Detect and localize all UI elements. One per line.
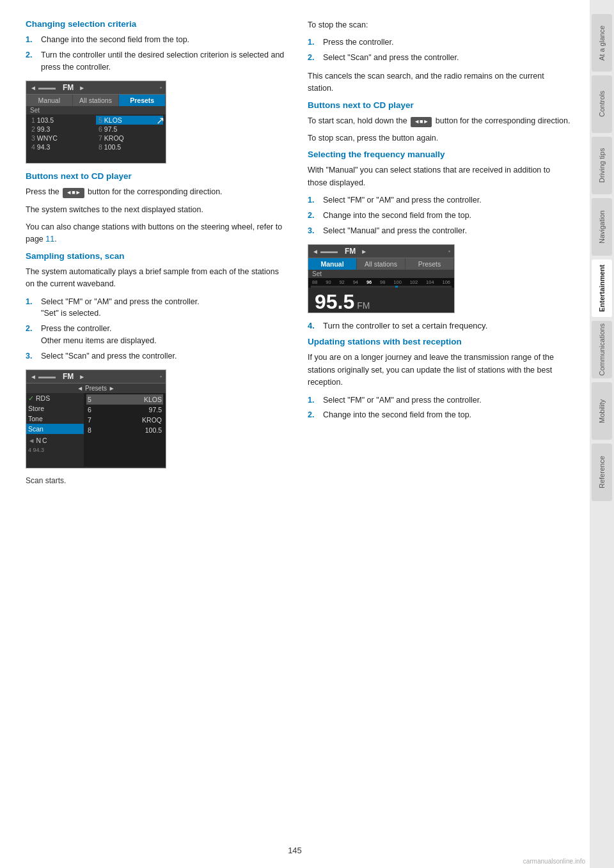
fm-tabs: Manual All stations Presets — [26, 95, 166, 106]
sidebar-tab-controls[interactable]: Controls — [592, 75, 612, 133]
menu-item-rds: ✓RDS — [26, 393, 84, 403]
stop-scan-note: This cancels the scan search, and the ra… — [308, 70, 571, 95]
step-item: 1. Press the controller. — [308, 36, 571, 49]
sidebar-tab-mobility[interactable]: Mobility — [592, 382, 612, 440]
presets-row: ◄ Presets ► — [26, 384, 166, 393]
table-row: 5KLOS — [96, 116, 163, 125]
menu-item-scan: Scan — [26, 424, 84, 434]
section-buttons-cd-right: Buttons next to CD player To start scan,… — [308, 100, 571, 145]
table-row: 494.3 — [29, 143, 96, 151]
step-item: 1. Select "FM" or "AM" and press the con… — [308, 194, 571, 206]
para-buttons-cd-1: Press the ◄■► button for the correspondi… — [26, 186, 288, 198]
scan-menu-left: ✓RDS Store Tone Scan ◄NC 4 94.3 — [26, 393, 84, 467]
freq-screen-header: ◄ ▬▬▬ FM ► ▪ — [308, 245, 454, 258]
watermark: carmanualsonline.info — [523, 858, 585, 865]
menu-item-bottom: 4 94.3 — [26, 446, 84, 454]
selecting-freq-intro: With "Manual" you can select stations th… — [308, 164, 571, 189]
two-column-layout: Changing selection criteria 1. Change in… — [26, 19, 571, 485]
ctrl-button-icon: ◄■► — [63, 188, 84, 198]
sidebar-tab-at-a-glance[interactable]: At a glance — [592, 14, 612, 72]
tab-all-stations: All stations — [73, 95, 120, 106]
sidebar-tab-communications[interactable]: Communications — [592, 321, 612, 378]
freq-slider-area: 88 90 92 94 96 98 100 102 104 106 — [308, 278, 454, 288]
freq-screen-tabs: Manual All stations Presets — [308, 258, 454, 270]
station-row: 7KROQ — [86, 415, 163, 425]
tab-presets: Presets — [119, 95, 166, 106]
frequency-screen: ◄ ▬▬▬ FM ► ▪ Manual All stations Presets… — [308, 244, 455, 313]
section-selecting-frequency: Selecting the frequency manually With "M… — [308, 150, 571, 330]
page-link[interactable]: 11 — [45, 235, 54, 244]
table-row: 299.3 — [29, 125, 96, 134]
table-row: 697.5 — [96, 125, 163, 134]
step-item: 4. Turn the controller to set a certain … — [308, 321, 571, 330]
scan-caption: Scan starts. — [26, 476, 288, 485]
main-content: Changing selection criteria 1. Change in… — [0, 0, 590, 868]
step-item: 2. Change into the second field from the… — [308, 409, 571, 421]
heading-sampling: Sampling stations, scan — [26, 251, 288, 261]
updating-stations-intro: If you are on a longer journey and leave… — [308, 352, 571, 389]
table-row: 7KROQ — [96, 134, 163, 143]
tab-manual: Manual — [26, 95, 73, 106]
arrow-right: ► — [79, 84, 85, 91]
updating-stations-steps: 1. Select "FM" or "AM" and press the con… — [308, 394, 571, 422]
freq-value: 95.5 — [315, 290, 354, 313]
sidebar-tab-reference[interactable]: Reference — [592, 444, 612, 501]
screen-header: ◄ ▬▬▬ FM ► ▪ — [26, 81, 166, 95]
sampling-intro: The system automatically plays a brief s… — [26, 266, 288, 291]
sampling-steps: 1. Select "FM" or "AM" and press the con… — [26, 296, 288, 362]
step4-container: 4. Turn the controller to set a certain … — [308, 321, 571, 330]
heading-buttons-cd-left: Buttons next to CD player — [26, 171, 288, 181]
sidebar-tabs: At a glance Controls Driving tips Naviga… — [590, 0, 614, 868]
step-item: 1. Select "FM" or "AM" and press the con… — [26, 296, 288, 320]
section-stop-scan: To stop the scan: 1. Press the controlle… — [308, 19, 571, 95]
step-item: 3. Select "Scan" and press the controlle… — [26, 350, 288, 362]
para-cd-right-1: To start scan, hold down the ◄■► button … — [308, 115, 571, 127]
tab-manual-freq: Manual — [308, 258, 357, 270]
fm-label: FM — [357, 300, 370, 311]
page-container: Changing selection criteria 1. Change in… — [0, 0, 614, 868]
step-item: 2. Turn the controller until the desired… — [26, 49, 288, 74]
section-updating-stations: Updating stations with best reception If… — [308, 337, 571, 421]
step-item: 2. Select "Scan" and press the controlle… — [308, 52, 571, 64]
table-row: 8100.5 — [96, 143, 163, 151]
scan-stations-right: 5KLOS 697.5 7KROQ 8100.5 — [84, 393, 166, 467]
menu-item-tone: Tone — [26, 414, 84, 424]
arrow-left: ◄ — [30, 84, 36, 91]
menu-item-store: Store — [26, 403, 84, 414]
sidebar-tab-driving-tips[interactable]: Driving tips — [592, 137, 612, 194]
tab-presets-freq: Presets — [405, 258, 454, 270]
heading-updating-stations: Updating stations with best reception — [308, 337, 571, 346]
tab-all-stations-freq: All stations — [357, 258, 405, 270]
left-column: Changing selection criteria 1. Change in… — [26, 19, 288, 485]
page-number: 145 — [0, 846, 590, 855]
station-row: 5KLOS — [86, 394, 163, 405]
sidebar-tab-navigation[interactable]: Navigation — [592, 198, 612, 256]
freq-display: 95.5 FM — [308, 288, 454, 313]
step-item: 2. Change into the second field from the… — [308, 210, 571, 222]
para-cd-right-2: To stop scan, press the button again. — [308, 132, 571, 144]
changing-selection-steps: 1. Change into the second field from the… — [26, 34, 288, 73]
scan-screen: ◄ ▬▬▬ FM ► ▪ ◄ Presets ► ✓RDS — [26, 369, 166, 469]
sidebar-tab-entertainment[interactable]: Entertainment — [592, 260, 612, 317]
station-list: 1103.5 5KLOS 299.3 697.5 3WNYC 7KROQ 494… — [26, 114, 166, 153]
arrow-indicator: ↗ — [156, 114, 164, 127]
para-buttons-cd-3: You can also change stations with button… — [26, 221, 288, 246]
step4-text: Turn the controller to set a certain fre… — [323, 321, 487, 330]
ctrl-btn-icon: ◄■► — [411, 117, 432, 127]
section-sampling: Sampling stations, scan The system autom… — [26, 251, 288, 486]
freq-set-row: Set — [308, 270, 454, 278]
selecting-freq-steps: 1. Select "FM" or "AM" and press the con… — [308, 194, 571, 236]
freq-scale: 88 90 92 94 96 98 100 102 104 106 — [311, 279, 452, 285]
fm-screen-1: ◄ ▬▬▬ FM ► ▪ Manual All stations Presets… — [26, 81, 166, 164]
station-row: 697.5 — [86, 405, 163, 415]
stop-scan-intro: To stop the scan: — [308, 19, 571, 31]
step-item: 3. Select "Manual" and press the control… — [308, 225, 571, 237]
section-changing-selection: Changing selection criteria 1. Change in… — [26, 19, 288, 164]
section-buttons-cd-left: Buttons next to CD player Press the ◄■► … — [26, 171, 288, 246]
scan-screen-header: ◄ ▬▬▬ FM ► ▪ — [26, 370, 166, 384]
station-row: 8100.5 — [86, 425, 163, 435]
heading-buttons-cd-right: Buttons next to CD player — [308, 100, 571, 110]
step-item: 1. Change into the second field from the… — [26, 34, 288, 46]
table-row: 3WNYC — [29, 134, 96, 143]
set-row: Set — [26, 106, 166, 114]
